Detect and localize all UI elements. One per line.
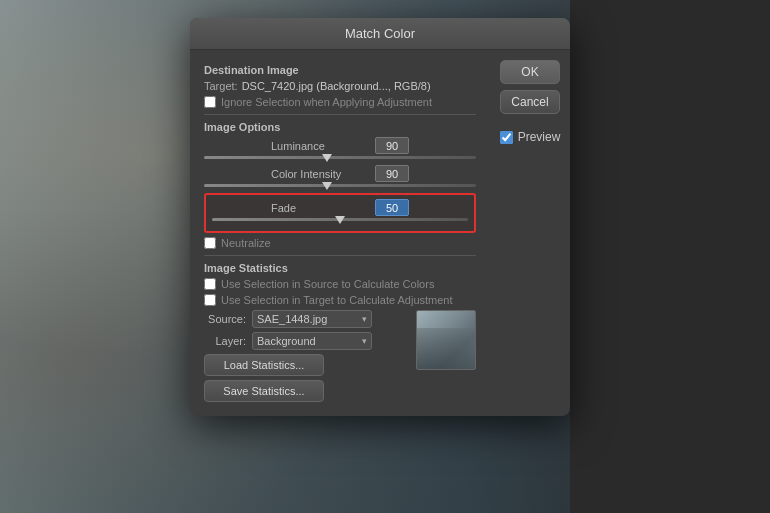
fade-row: Fade xyxy=(271,199,409,216)
use-target-label: Use Selection in Target to Calculate Adj… xyxy=(221,294,453,306)
dialog-title: Match Color xyxy=(190,18,570,50)
luminance-container: Luminance xyxy=(204,137,476,159)
neutralize-row: Neutralize xyxy=(204,237,476,249)
bottom-right-thumbnail-area xyxy=(416,310,476,406)
fade-slider-row xyxy=(212,218,468,221)
layer-label: Layer: xyxy=(204,335,246,347)
ignore-selection-row: Ignore Selection when Applying Adjustmen… xyxy=(204,96,476,108)
preview-checkbox[interactable] xyxy=(500,131,513,144)
luminance-slider-row xyxy=(204,156,476,159)
use-source-label: Use Selection in Source to Calculate Col… xyxy=(221,278,434,290)
fade-container: Fade xyxy=(212,199,468,221)
source-label: Source: xyxy=(204,313,246,325)
use-target-row: Use Selection in Target to Calculate Adj… xyxy=(204,294,476,306)
use-source-checkbox[interactable] xyxy=(204,278,216,290)
image-statistics-section-label: Image Statistics xyxy=(204,262,476,274)
preview-area: Preview xyxy=(500,130,561,144)
cancel-button[interactable]: Cancel xyxy=(500,90,560,114)
image-options-section-label: Image Options xyxy=(204,121,476,133)
match-color-dialog: Match Color Destination Image Target: DS… xyxy=(190,18,570,416)
luminance-slider[interactable] xyxy=(204,156,476,159)
target-label: Target: xyxy=(204,80,238,92)
source-dropdown[interactable]: SAE_1448.jpg ▾ xyxy=(252,310,372,328)
neutralize-checkbox[interactable] xyxy=(204,237,216,249)
color-intensity-slider[interactable] xyxy=(204,184,476,187)
destination-image-section-label: Destination Image xyxy=(204,64,476,76)
ignore-selection-checkbox[interactable] xyxy=(204,96,216,108)
layer-dropdown[interactable]: Background ▾ xyxy=(252,332,372,350)
layer-dropdown-value: Background xyxy=(257,335,316,347)
luminance-value-input[interactable] xyxy=(375,137,409,154)
dialog-main-content: Destination Image Target: DSC_7420.jpg (… xyxy=(190,50,490,416)
color-intensity-slider-row xyxy=(204,184,476,187)
source-dropdown-value: SAE_1448.jpg xyxy=(257,313,327,325)
ignore-selection-label: Ignore Selection when Applying Adjustmen… xyxy=(221,96,432,108)
luminance-row: Luminance xyxy=(271,137,409,154)
color-intensity-row: Color Intensity xyxy=(271,165,409,182)
dark-side-panel xyxy=(570,0,770,513)
target-value: DSC_7420.jpg (Background..., RGB/8) xyxy=(242,80,431,92)
bottom-area: Source: SAE_1448.jpg ▾ Layer: Background… xyxy=(204,310,476,406)
load-statistics-button[interactable]: Load Statistics... xyxy=(204,354,324,376)
source-thumbnail xyxy=(416,310,476,370)
save-statistics-button[interactable]: Save Statistics... xyxy=(204,380,324,402)
source-dropdown-chevron-icon: ▾ xyxy=(362,314,367,324)
ok-button[interactable]: OK xyxy=(500,60,560,84)
dialog-actions: OK Cancel Preview xyxy=(490,50,570,416)
bottom-left-area: Source: SAE_1448.jpg ▾ Layer: Background… xyxy=(204,310,408,406)
source-row: Source: SAE_1448.jpg ▾ xyxy=(204,310,408,328)
fade-slider[interactable] xyxy=(212,218,468,221)
color-intensity-container: Color Intensity xyxy=(204,165,476,187)
fade-value-input[interactable] xyxy=(375,199,409,216)
use-target-checkbox[interactable] xyxy=(204,294,216,306)
layer-row: Layer: Background ▾ xyxy=(204,332,408,350)
use-source-row: Use Selection in Source to Calculate Col… xyxy=(204,278,476,290)
neutralize-label: Neutralize xyxy=(221,237,271,249)
color-intensity-label: Color Intensity xyxy=(271,168,371,180)
fade-label: Fade xyxy=(271,202,371,214)
target-row: Target: DSC_7420.jpg (Background..., RGB… xyxy=(204,80,476,92)
preview-label: Preview xyxy=(518,130,561,144)
luminance-label: Luminance xyxy=(271,140,371,152)
fade-highlighted-wrapper: Fade xyxy=(204,193,476,233)
color-intensity-value-input[interactable] xyxy=(375,165,409,182)
layer-dropdown-chevron-icon: ▾ xyxy=(362,336,367,346)
